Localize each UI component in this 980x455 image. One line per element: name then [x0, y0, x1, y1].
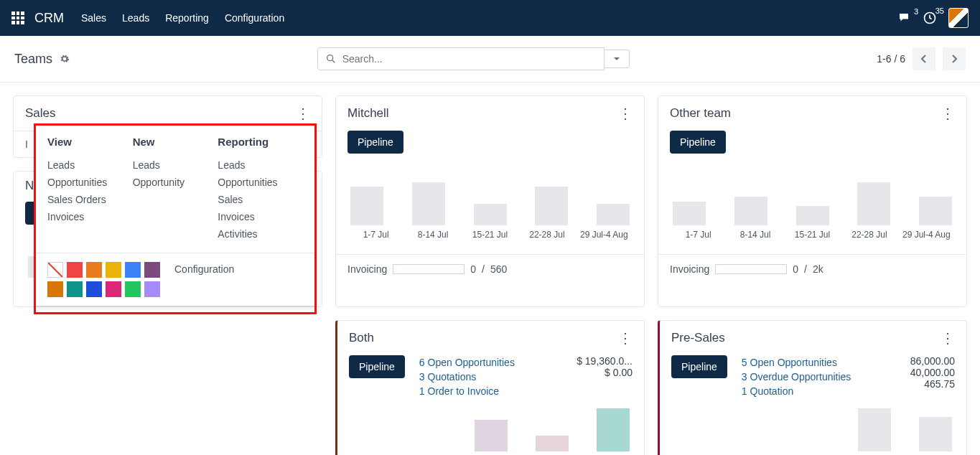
popover-view-leads[interactable]: Leads: [47, 156, 133, 174]
stat-value: 465.75: [910, 378, 955, 390]
x-label: 1-7 Jul: [670, 230, 727, 240]
bar: [350, 187, 383, 225]
inv-total-other: 2k: [813, 263, 823, 275]
subbar: Teams 1-6 / 6: [0, 36, 980, 83]
card-title-both: Both: [349, 331, 374, 345]
color-swatch[interactable]: [67, 281, 83, 297]
chart-other: 1-7 Jul8-14 Jul15-21 Jul22-28 Jul29 Jul-…: [670, 182, 955, 244]
pager: 1-6 / 6: [877, 47, 966, 70]
kebab-mitchell[interactable]: ⋮: [618, 110, 633, 117]
color-swatch[interactable]: [106, 262, 121, 278]
avatar[interactable]: [948, 8, 969, 28]
stat-link[interactable]: 6 Open Opportunities: [419, 355, 562, 370]
nav-leads[interactable]: Leads: [122, 12, 149, 24]
search-box[interactable]: [317, 47, 605, 70]
popover-rep-leads[interactable]: Leads: [218, 156, 303, 174]
color-swatch[interactable]: [125, 281, 141, 297]
nav-reporting[interactable]: Reporting: [165, 12, 209, 24]
bar: [673, 202, 706, 225]
card-title-presales: Pre-Sales: [671, 331, 725, 345]
kebab-both[interactable]: ⋮: [618, 334, 633, 342]
popover-rep-invoices[interactable]: Invoices: [218, 208, 303, 225]
card-menu-popover: View Leads Opportunities Sales Orders In…: [35, 125, 315, 306]
pipeline-button-both[interactable]: Pipeline: [349, 355, 405, 378]
popover-new-leads[interactable]: Leads: [133, 156, 218, 174]
chart-mitchell: 1-7 Jul8-14 Jul15-21 Jul22-28 Jul29 Jul-…: [347, 182, 633, 244]
popover-new-opportunity[interactable]: Opportunity: [133, 174, 218, 191]
nav-configuration[interactable]: Configuration: [225, 12, 284, 24]
stats-vals-presales: 86,000.0040,000.00465.75: [910, 355, 955, 398]
invoicing-label-other: Invoicing: [670, 263, 709, 275]
popover-rep-sales[interactable]: Sales: [218, 191, 303, 208]
card-title-mitchell: Mitchell: [347, 106, 389, 121]
card-other: Other team ⋮ Pipeline 1-7 Jul8-14 Jul15-…: [658, 95, 967, 307]
pager-prev[interactable]: [913, 47, 935, 70]
pipeline-button-mitchell[interactable]: Pipeline: [347, 131, 403, 154]
bar: [536, 436, 569, 452]
apps-icon[interactable]: [11, 11, 24, 24]
topbar: CRM Sales Leads Reporting Configuration …: [0, 0, 980, 36]
clock-icon[interactable]: 35: [923, 11, 937, 25]
bar: [597, 204, 630, 225]
color-swatch[interactable]: [125, 262, 141, 278]
kebab-presales[interactable]: ⋮: [941, 334, 955, 342]
page-title: Teams: [14, 52, 52, 67]
x-label: 29 Jul-4 Aug: [898, 230, 955, 240]
stat-link[interactable]: 1 Order to Invoice: [419, 384, 562, 398]
pipeline-button-presales[interactable]: Pipeline: [671, 355, 727, 378]
search-input[interactable]: [342, 53, 597, 65]
color-swatch[interactable]: [106, 281, 121, 297]
chat-icon[interactable]: 3: [897, 11, 911, 24]
stat-link[interactable]: 3 Overdue Opportunities: [742, 370, 896, 384]
inv-cur-other: 0: [793, 263, 798, 275]
stat-value: 86,000.00: [910, 355, 955, 367]
popover-view-sales-orders[interactable]: Sales Orders: [47, 191, 133, 208]
progress-mitchell: [393, 264, 465, 274]
stat-link[interactable]: 5 Open Opportunities: [742, 355, 896, 370]
gear-icon[interactable]: [60, 54, 70, 64]
popover-view-opportunities[interactable]: Opportunities: [47, 174, 133, 191]
nav-sales[interactable]: Sales: [81, 12, 106, 24]
kebab-sales[interactable]: ⋮: [296, 110, 310, 117]
clock-badge: 35: [935, 6, 944, 15]
color-swatch[interactable]: [144, 281, 160, 297]
popover-heading-new: New: [133, 136, 218, 148]
card-title-sales: Sales: [25, 106, 56, 121]
kebab-other[interactable]: ⋮: [941, 110, 955, 117]
color-swatches: [47, 262, 160, 297]
popover-rep-opportunities[interactable]: Opportunities: [218, 174, 303, 191]
card-both: Both ⋮ Pipeline 6 Open Opportunities3 Qu…: [335, 320, 645, 455]
pager-next[interactable]: [943, 47, 966, 70]
stats-both: 6 Open Opportunities3 Quotations1 Order …: [419, 355, 562, 398]
pipeline-button-other[interactable]: Pipeline: [670, 131, 726, 154]
pager-text: 1-6 / 6: [877, 53, 905, 65]
color-swatch[interactable]: [86, 281, 102, 297]
color-swatch[interactable]: [47, 281, 63, 297]
search-dropdown[interactable]: [605, 50, 630, 68]
stat-link[interactable]: 1 Quotation: [742, 384, 896, 398]
bar: [919, 197, 952, 225]
x-label: 22-28 Jul: [841, 230, 897, 240]
invoicing-other: Invoicing 0 / 2k: [658, 254, 966, 283]
chart-presales: 1-7 Jul8-14 Jul15-21 Jul22-28 Jul29 Jul-…: [671, 408, 955, 455]
search-wrap: [317, 47, 630, 70]
chevron-down-icon: [613, 55, 620, 62]
stat-link[interactable]: 3 Quotations: [419, 370, 562, 384]
popover-heading-reporting: Reporting: [218, 136, 303, 148]
color-swatch[interactable]: [67, 262, 83, 278]
bar: [919, 417, 952, 451]
card-presales: Pre-Sales ⋮ Pipeline 5 Open Opportunitie…: [658, 320, 967, 455]
chart-both: 1-7 Jul8-14 Jul15-21 Jul22-28 Jul29 Jul-…: [349, 408, 633, 455]
color-swatch[interactable]: [144, 262, 160, 278]
popover-view-invoices[interactable]: Invoices: [47, 208, 133, 225]
svg-point-1: [327, 55, 332, 61]
stats-presales: 5 Open Opportunities3 Overdue Opportunit…: [742, 355, 896, 398]
color-swatch[interactable]: [86, 262, 102, 278]
invoicing-mitchell: Invoicing 0 / 560: [336, 254, 644, 283]
stat-value: 40,000.00: [910, 367, 955, 378]
brand: CRM: [34, 11, 64, 26]
stats-vals-both: $ 19,360.0...$ 0.00: [577, 355, 633, 398]
popover-rep-activities[interactable]: Activities: [218, 225, 303, 243]
color-swatch[interactable]: [47, 262, 63, 278]
popover-configuration[interactable]: Configuration: [174, 262, 234, 275]
